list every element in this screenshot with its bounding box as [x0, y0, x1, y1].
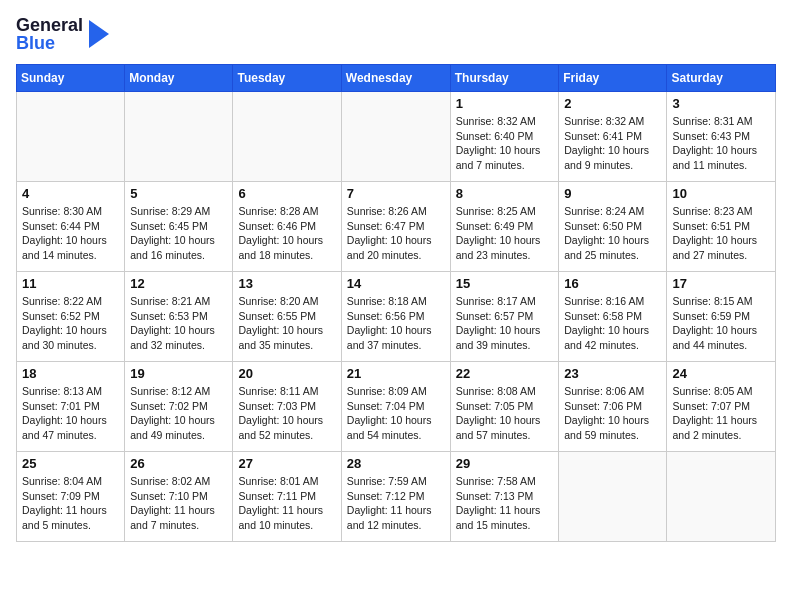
cell-content-6: 6Sunrise: 8:28 AMSunset: 6:46 PMDaylight… — [238, 186, 335, 263]
cell-content-24: 24Sunrise: 8:05 AMSunset: 7:07 PMDayligh… — [672, 366, 770, 443]
day-number: 8 — [456, 186, 554, 201]
calendar-cell: 24Sunrise: 8:05 AMSunset: 7:07 PMDayligh… — [667, 362, 776, 452]
calendar-cell: 7Sunrise: 8:26 AMSunset: 6:47 PMDaylight… — [341, 182, 450, 272]
calendar-cell: 6Sunrise: 8:28 AMSunset: 6:46 PMDaylight… — [233, 182, 341, 272]
calendar-cell: 25Sunrise: 8:04 AMSunset: 7:09 PMDayligh… — [17, 452, 125, 542]
week-row-2: 4Sunrise: 8:30 AMSunset: 6:44 PMDaylight… — [17, 182, 776, 272]
cell-content-29: 29Sunrise: 7:58 AMSunset: 7:13 PMDayligh… — [456, 456, 554, 533]
cell-content-18: 18Sunrise: 8:13 AMSunset: 7:01 PMDayligh… — [22, 366, 119, 443]
logo-general-text: General — [16, 16, 83, 34]
header-sunday: Sunday — [17, 65, 125, 92]
cell-content-12: 12Sunrise: 8:21 AMSunset: 6:53 PMDayligh… — [130, 276, 227, 353]
day-number: 2 — [564, 96, 661, 111]
calendar-cell — [17, 92, 125, 182]
calendar-cell: 21Sunrise: 8:09 AMSunset: 7:04 PMDayligh… — [341, 362, 450, 452]
cell-content-14: 14Sunrise: 8:18 AMSunset: 6:56 PMDayligh… — [347, 276, 445, 353]
day-number: 15 — [456, 276, 554, 291]
logo-blue-text: Blue — [16, 34, 83, 52]
cell-content-17: 17Sunrise: 8:15 AMSunset: 6:59 PMDayligh… — [672, 276, 770, 353]
calendar-cell: 28Sunrise: 7:59 AMSunset: 7:12 PMDayligh… — [341, 452, 450, 542]
day-info: Sunrise: 8:32 AMSunset: 6:41 PMDaylight:… — [564, 114, 661, 173]
day-number: 13 — [238, 276, 335, 291]
calendar-cell: 3Sunrise: 8:31 AMSunset: 6:43 PMDaylight… — [667, 92, 776, 182]
day-number: 5 — [130, 186, 227, 201]
calendar-cell: 13Sunrise: 8:20 AMSunset: 6:55 PMDayligh… — [233, 272, 341, 362]
cell-content-28: 28Sunrise: 7:59 AMSunset: 7:12 PMDayligh… — [347, 456, 445, 533]
day-number: 28 — [347, 456, 445, 471]
calendar-cell: 22Sunrise: 8:08 AMSunset: 7:05 PMDayligh… — [450, 362, 559, 452]
day-info: Sunrise: 8:28 AMSunset: 6:46 PMDaylight:… — [238, 204, 335, 263]
day-number: 20 — [238, 366, 335, 381]
day-info: Sunrise: 7:59 AMSunset: 7:12 PMDaylight:… — [347, 474, 445, 533]
cell-content-9: 9Sunrise: 8:24 AMSunset: 6:50 PMDaylight… — [564, 186, 661, 263]
day-info: Sunrise: 8:04 AMSunset: 7:09 PMDaylight:… — [22, 474, 119, 533]
header-tuesday: Tuesday — [233, 65, 341, 92]
cell-content-16: 16Sunrise: 8:16 AMSunset: 6:58 PMDayligh… — [564, 276, 661, 353]
day-info: Sunrise: 8:11 AMSunset: 7:03 PMDaylight:… — [238, 384, 335, 443]
day-number: 27 — [238, 456, 335, 471]
logo: General Blue — [16, 16, 113, 52]
calendar-cell: 17Sunrise: 8:15 AMSunset: 6:59 PMDayligh… — [667, 272, 776, 362]
day-number: 29 — [456, 456, 554, 471]
cell-content-2: 2Sunrise: 8:32 AMSunset: 6:41 PMDaylight… — [564, 96, 661, 173]
cell-content-27: 27Sunrise: 8:01 AMSunset: 7:11 PMDayligh… — [238, 456, 335, 533]
day-number: 10 — [672, 186, 770, 201]
week-row-3: 11Sunrise: 8:22 AMSunset: 6:52 PMDayligh… — [17, 272, 776, 362]
calendar-cell: 27Sunrise: 8:01 AMSunset: 7:11 PMDayligh… — [233, 452, 341, 542]
day-number: 23 — [564, 366, 661, 381]
calendar-cell: 12Sunrise: 8:21 AMSunset: 6:53 PMDayligh… — [125, 272, 233, 362]
calendar-cell: 4Sunrise: 8:30 AMSunset: 6:44 PMDaylight… — [17, 182, 125, 272]
cell-content-4: 4Sunrise: 8:30 AMSunset: 6:44 PMDaylight… — [22, 186, 119, 263]
logo-chevron-icon — [85, 16, 113, 52]
calendar-cell: 10Sunrise: 8:23 AMSunset: 6:51 PMDayligh… — [667, 182, 776, 272]
day-info: Sunrise: 8:09 AMSunset: 7:04 PMDaylight:… — [347, 384, 445, 443]
calendar-cell: 15Sunrise: 8:17 AMSunset: 6:57 PMDayligh… — [450, 272, 559, 362]
day-info: Sunrise: 8:21 AMSunset: 6:53 PMDaylight:… — [130, 294, 227, 353]
day-number: 1 — [456, 96, 554, 111]
cell-content-23: 23Sunrise: 8:06 AMSunset: 7:06 PMDayligh… — [564, 366, 661, 443]
cell-content-15: 15Sunrise: 8:17 AMSunset: 6:57 PMDayligh… — [456, 276, 554, 353]
day-info: Sunrise: 8:16 AMSunset: 6:58 PMDaylight:… — [564, 294, 661, 353]
week-row-5: 25Sunrise: 8:04 AMSunset: 7:09 PMDayligh… — [17, 452, 776, 542]
day-info: Sunrise: 7:58 AMSunset: 7:13 PMDaylight:… — [456, 474, 554, 533]
calendar-cell: 26Sunrise: 8:02 AMSunset: 7:10 PMDayligh… — [125, 452, 233, 542]
header-friday: Friday — [559, 65, 667, 92]
day-info: Sunrise: 8:24 AMSunset: 6:50 PMDaylight:… — [564, 204, 661, 263]
calendar-table: SundayMondayTuesdayWednesdayThursdayFrid… — [16, 64, 776, 542]
calendar-cell: 11Sunrise: 8:22 AMSunset: 6:52 PMDayligh… — [17, 272, 125, 362]
day-number: 22 — [456, 366, 554, 381]
day-number: 11 — [22, 276, 119, 291]
day-info: Sunrise: 8:23 AMSunset: 6:51 PMDaylight:… — [672, 204, 770, 263]
calendar-cell: 2Sunrise: 8:32 AMSunset: 6:41 PMDaylight… — [559, 92, 667, 182]
day-info: Sunrise: 8:17 AMSunset: 6:57 PMDaylight:… — [456, 294, 554, 353]
calendar-cell: 16Sunrise: 8:16 AMSunset: 6:58 PMDayligh… — [559, 272, 667, 362]
day-info: Sunrise: 8:01 AMSunset: 7:11 PMDaylight:… — [238, 474, 335, 533]
header-thursday: Thursday — [450, 65, 559, 92]
day-info: Sunrise: 8:26 AMSunset: 6:47 PMDaylight:… — [347, 204, 445, 263]
day-info: Sunrise: 8:32 AMSunset: 6:40 PMDaylight:… — [456, 114, 554, 173]
day-info: Sunrise: 8:13 AMSunset: 7:01 PMDaylight:… — [22, 384, 119, 443]
calendar-cell: 14Sunrise: 8:18 AMSunset: 6:56 PMDayligh… — [341, 272, 450, 362]
day-info: Sunrise: 8:08 AMSunset: 7:05 PMDaylight:… — [456, 384, 554, 443]
cell-content-20: 20Sunrise: 8:11 AMSunset: 7:03 PMDayligh… — [238, 366, 335, 443]
header-monday: Monday — [125, 65, 233, 92]
svg-marker-0 — [89, 20, 109, 48]
cell-content-26: 26Sunrise: 8:02 AMSunset: 7:10 PMDayligh… — [130, 456, 227, 533]
calendar-cell: 8Sunrise: 8:25 AMSunset: 6:49 PMDaylight… — [450, 182, 559, 272]
day-info: Sunrise: 8:15 AMSunset: 6:59 PMDaylight:… — [672, 294, 770, 353]
cell-content-11: 11Sunrise: 8:22 AMSunset: 6:52 PMDayligh… — [22, 276, 119, 353]
header-wednesday: Wednesday — [341, 65, 450, 92]
calendar-cell: 9Sunrise: 8:24 AMSunset: 6:50 PMDaylight… — [559, 182, 667, 272]
calendar-cell: 18Sunrise: 8:13 AMSunset: 7:01 PMDayligh… — [17, 362, 125, 452]
cell-content-21: 21Sunrise: 8:09 AMSunset: 7:04 PMDayligh… — [347, 366, 445, 443]
day-number: 16 — [564, 276, 661, 291]
cell-content-3: 3Sunrise: 8:31 AMSunset: 6:43 PMDaylight… — [672, 96, 770, 173]
cell-content-1: 1Sunrise: 8:32 AMSunset: 6:40 PMDaylight… — [456, 96, 554, 173]
day-number: 7 — [347, 186, 445, 201]
calendar-cell — [667, 452, 776, 542]
page-header: General Blue — [16, 16, 776, 52]
day-number: 24 — [672, 366, 770, 381]
day-info: Sunrise: 8:12 AMSunset: 7:02 PMDaylight:… — [130, 384, 227, 443]
cell-content-8: 8Sunrise: 8:25 AMSunset: 6:49 PMDaylight… — [456, 186, 554, 263]
calendar-cell: 23Sunrise: 8:06 AMSunset: 7:06 PMDayligh… — [559, 362, 667, 452]
